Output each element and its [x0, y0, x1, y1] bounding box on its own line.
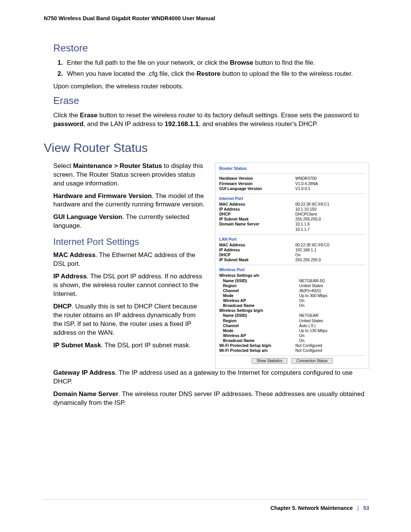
ipaddr-definition: IP Address. The DSL port IP address. If …	[53, 272, 206, 299]
footer-separator: |	[357, 505, 359, 511]
label: DHCP	[219, 212, 295, 217]
dns2: 10.1.1.7	[295, 227, 310, 232]
label: Wireless Settings a/n	[219, 273, 295, 278]
label: Name (SSID)	[219, 313, 299, 318]
row-wps-bgn: Wi-Fi Protected Setup b/g/nNot Configure…	[219, 343, 365, 348]
row-lan-mac: MAC Address00:22:3F:8C:F8:C0	[219, 243, 365, 248]
label: IP Subnet Mask	[219, 217, 295, 222]
row-bgn-region: RegionUnited States	[219, 318, 365, 323]
row-an-ap: Wireless APOn	[219, 298, 365, 303]
value: 00:22:3F:8C:F8:C0	[295, 243, 365, 248]
text: . Usually this is set to DHCP Client bec…	[53, 303, 197, 336]
text: Click the	[53, 112, 80, 119]
view-intro: Select Maintenance > Router Status to di…	[53, 162, 206, 188]
show-statistics-button[interactable]: Show Statistics	[252, 358, 287, 364]
label: Broadcast Name	[219, 338, 299, 343]
value: WNDR3700	[295, 176, 365, 181]
label: IP Address	[219, 207, 295, 212]
value: United States	[299, 318, 365, 323]
erase-paragraph: Click the Erase button to reset the wire…	[53, 111, 369, 129]
restore-heading: Restore	[53, 42, 369, 54]
text: , and the LAN IP address to	[83, 120, 164, 128]
row-an-bcast: Broadcast NameOn	[219, 303, 365, 308]
browse-label: Browse	[230, 59, 253, 66]
label: IP Subnet Mask	[219, 257, 295, 262]
label: Wireless AP	[219, 298, 299, 303]
term: DHCP	[53, 303, 72, 310]
ip-value: 192.168.1.1	[165, 120, 199, 128]
label: IP Address	[219, 248, 295, 252]
row-bgn-mode: ModeUp to 130 Mbps	[219, 328, 365, 333]
label: Channel	[219, 323, 299, 328]
row-an-ssid: Name (SSID)NETGEAR-5G	[219, 278, 365, 283]
value: On	[299, 298, 365, 303]
value: Not Configured	[295, 343, 365, 348]
text: button to find the file.	[253, 59, 315, 66]
row-bgn-channel: ChannelAuto ( 9 )	[219, 323, 365, 328]
value: 10.1.10.150	[295, 207, 365, 212]
value: Up to 300 Mbps	[299, 293, 365, 298]
row-lan-ip: IP Address192.168.1.1	[219, 248, 365, 252]
restore-step-1: Enter the full path to the file on your …	[65, 59, 369, 67]
label: Channel	[219, 288, 299, 293]
row-inet-dns: Domain Name Server10.1.1.610.1.1.7	[219, 222, 365, 232]
row-inet-mask: IP Subnet Mask255.255.255.0	[219, 217, 365, 222]
panel-title: Router Status	[219, 166, 365, 171]
internet-port-settings-heading: Internet Port Settings	[53, 236, 206, 247]
term: IP Subnet Mask	[53, 342, 101, 349]
term: Gateway IP Address	[53, 369, 115, 376]
row-an-mode: ModeUp to 300 Mbps	[219, 293, 365, 298]
row-hw: Hardware VersionWNDR3700	[219, 176, 365, 181]
value: NETGEAR	[299, 313, 365, 318]
mask-definition: IP Subnet Mask. The DSL port IP subnet m…	[53, 341, 206, 350]
value: On	[299, 303, 365, 308]
value: 00:22:3F:8C:F8:C1	[295, 202, 365, 207]
chapter-label: Chapter 5. Network Maintenance	[271, 505, 353, 511]
nav-path: Maintenance > Router Status	[73, 162, 162, 169]
value: V1.0.4.28NA	[295, 181, 365, 186]
value: 36(P)+40(S)	[299, 288, 365, 293]
router-status-panel: Router Status Hardware VersionWNDR3700 F…	[215, 163, 369, 369]
label: Wi-Fi Protected Setup a/n	[219, 348, 295, 353]
label: Broadcast Name	[219, 303, 299, 308]
value: 10.1.1.610.1.1.7	[295, 222, 365, 232]
row-bgn-bcast: Broadcast NameOn	[219, 338, 365, 343]
value: Not Configured	[295, 348, 365, 353]
label: Region	[219, 283, 299, 288]
text: button to upload the file to the wireles…	[221, 70, 353, 77]
label: Wireless AP	[219, 333, 299, 338]
wireless-port-title: Wireless Port	[219, 267, 365, 272]
page-footer: Chapter 5. Network Maintenance | 53	[42, 499, 369, 511]
label: Region	[219, 318, 299, 323]
term: Hardware and Firmware Version	[53, 192, 152, 200]
text: , and enables the wireless router's DHCP…	[199, 120, 318, 128]
label: DHCP	[219, 252, 295, 257]
gateway-definition: Gateway IP Address. The IP address used …	[53, 369, 369, 386]
password-value: password	[53, 120, 83, 128]
value: On	[295, 252, 365, 257]
mac-definition: MAC Address. The Ethernet MAC address of…	[53, 251, 206, 268]
value: Up to 130 Mbps	[299, 328, 365, 333]
restore-step-2: When you have located the .cfg file, cli…	[65, 70, 369, 78]
label: Hardware Version	[219, 176, 295, 181]
restore-after: Upon completion, the wireless router reb…	[53, 82, 369, 91]
connection-status-button[interactable]: Connection Status	[292, 358, 333, 364]
value: Auto ( 9 )	[299, 323, 365, 328]
row-bgn-ssid: Name (SSID)NETGEAR	[219, 313, 365, 318]
label: Wireless Settings b/g/n	[219, 308, 295, 313]
term: MAC Address	[53, 251, 96, 259]
row-bgn-ap: Wireless APOn	[219, 333, 365, 338]
value: DHCPClient	[295, 212, 365, 217]
lan-port-title: LAN Port	[219, 237, 365, 242]
text: Select	[53, 162, 73, 169]
row-wps-an: Wi-Fi Protected Setup a/nNot Configured	[219, 348, 365, 353]
label: GUI Language Version	[219, 186, 295, 191]
value: NETGEAR-5G	[299, 278, 365, 283]
label: Name (SSID)	[219, 278, 299, 283]
row-inet-ip: IP Address10.1.10.150	[219, 207, 365, 212]
term: IP Address	[53, 273, 87, 280]
text: button to reset the wireless router to i…	[97, 112, 359, 119]
value: 255.255.255.0	[295, 257, 365, 262]
value: 192.168.1.1	[295, 248, 365, 252]
dhcp-definition: DHCP. Usually this is set to DHCP Client…	[53, 302, 206, 337]
